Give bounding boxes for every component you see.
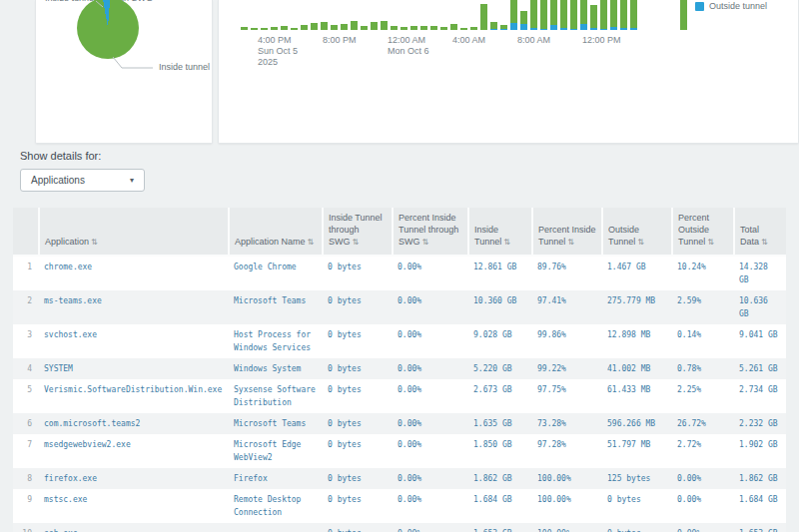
cell-inside-tunnel-through-swg: 0 bytes bbox=[323, 290, 393, 324]
column-header-total-data[interactable]: Total Data⇅ bbox=[734, 208, 786, 256]
column-header-inside-tunnel[interactable]: Inside Tunnel⇅ bbox=[468, 208, 532, 256]
column-header-application-name[interactable]: Application Name⇅ bbox=[229, 208, 323, 256]
cell-application-name: Microsoft Teams bbox=[229, 290, 323, 324]
bar-segment-inside-tunnel bbox=[420, 26, 427, 30]
sort-icon: ⇅ bbox=[567, 238, 574, 247]
cell-application: ms-teams.exe bbox=[39, 290, 229, 324]
bar-segment-inside-tunnel bbox=[570, 0, 577, 29]
cell-percent-inside-tunnel-through-swg: 0.00% bbox=[393, 523, 468, 532]
bar-segment-inside-tunnel bbox=[311, 23, 318, 30]
cell-outside-tunnel: 0 bytes bbox=[602, 489, 672, 523]
column-header-percent-inside-tunnel[interactable]: Percent Inside Tunnel⇅ bbox=[532, 208, 602, 256]
cell-percent-inside-tunnel: 97.28% bbox=[532, 434, 602, 468]
cell-percent-outside-tunnel: 10.24% bbox=[672, 256, 734, 290]
table-row: 3svchost.exeHost Process for Windows Ser… bbox=[13, 324, 786, 358]
sort-icon: ⇅ bbox=[91, 238, 98, 247]
table-row: 4SYSTEMWindows System0 bytes0.00%5.220 G… bbox=[13, 358, 786, 379]
bar-segment-outside-tunnel bbox=[630, 28, 637, 30]
bar-segment-inside-tunnel bbox=[560, 0, 567, 28]
bar-segment-outside-tunnel bbox=[580, 24, 587, 30]
show-details-for-label: Show details for: bbox=[20, 150, 101, 162]
cell-total-data: 14.328 GB bbox=[734, 256, 786, 290]
bar-segment-outside-tunnel bbox=[540, 29, 547, 30]
cell-application-name: Google Chrome bbox=[229, 256, 323, 290]
cell-total-data: 9.041 GB bbox=[734, 324, 786, 358]
cell-inside-tunnel-through-swg: 0 bytes bbox=[323, 523, 393, 532]
cell-inside-tunnel-through-swg: 0 bytes bbox=[323, 434, 393, 468]
bar-segment-inside-tunnel bbox=[400, 27, 407, 30]
cell-total-data: 2.734 GB bbox=[734, 379, 786, 413]
table-row: 2ms-teams.exeMicrosoft Teams0 bytes0.00%… bbox=[13, 290, 786, 324]
bar-segment-outside-tunnel bbox=[490, 29, 497, 30]
bar-segment-inside-tunnel bbox=[530, 0, 537, 28]
bar-segment-inside-tunnel bbox=[331, 25, 338, 30]
cell-outside-tunnel: 61.433 MB bbox=[602, 379, 672, 413]
cell-inside-tunnel: 1.653 GB bbox=[468, 523, 532, 532]
bar-segment-inside-tunnel bbox=[600, 0, 607, 29]
bar-segment-outside-tunnel bbox=[510, 23, 517, 30]
x-axis-tick-label: 12:00 PM bbox=[582, 35, 621, 46]
cell-percent-inside-tunnel: 73.28% bbox=[532, 413, 602, 434]
bar-segment-inside-tunnel bbox=[500, 25, 507, 29]
bar-segment-inside-tunnel bbox=[341, 24, 348, 30]
column-header-percent-outside-tunnel[interactable]: Percent Outside Tunnel⇅ bbox=[672, 208, 734, 256]
row-number: 7 bbox=[13, 434, 39, 468]
bar-segment-inside-tunnel bbox=[281, 26, 288, 30]
x-axis-tick-label: 4:00 PMSun Oct 52025 bbox=[258, 35, 298, 68]
table-row: 7msedgewebview2.exeMicrosoft Edge WebVie… bbox=[13, 434, 786, 468]
cell-application-name: Host Process for Windows Services bbox=[229, 324, 323, 358]
row-number: 3 bbox=[13, 324, 39, 358]
row-number: 9 bbox=[13, 489, 39, 523]
bar-segment-inside-tunnel bbox=[630, 0, 637, 28]
cell-inside-tunnel-through-swg: 0 bytes bbox=[323, 413, 393, 434]
bar-segment-inside-tunnel bbox=[301, 25, 308, 30]
sort-icon: ⇅ bbox=[503, 238, 510, 247]
cell-application-name: Microsoft Teams bbox=[229, 413, 323, 434]
cell-percent-inside-tunnel: 89.76% bbox=[532, 256, 602, 290]
bar-segment-inside-tunnel bbox=[450, 24, 457, 30]
bar-segment-inside-tunnel bbox=[291, 28, 298, 30]
x-axis-tick-label: 4:00 AM bbox=[452, 35, 485, 46]
bar-segment-inside-tunnel bbox=[470, 27, 477, 30]
cell-application-name: Remote Desktop Connection bbox=[229, 489, 323, 523]
bar-segment-inside-tunnel bbox=[351, 21, 358, 30]
table-row: 5Verismic.SoftwareDistribution.Win.exeSy… bbox=[13, 379, 786, 413]
row-number: 6 bbox=[13, 413, 39, 434]
cell-inside-tunnel: 5.220 GB bbox=[468, 358, 532, 379]
sort-icon: ⇅ bbox=[353, 238, 360, 247]
cell-total-data: 1.902 GB bbox=[734, 434, 786, 468]
row-number: 10 bbox=[13, 523, 39, 532]
bar-segment-outside-tunnel bbox=[560, 28, 567, 30]
bar-segment-outside-tunnel bbox=[550, 25, 557, 30]
cell-inside-tunnel: 1.862 GB bbox=[468, 468, 532, 489]
column-header-inside-tunnel-through-swg[interactable]: Inside Tunnel through SWG⇅ bbox=[323, 208, 393, 256]
legend-outside-tunnel: Outside tunnel bbox=[695, 1, 767, 11]
show-details-dropdown[interactable]: Applications ▾ bbox=[20, 169, 145, 192]
cell-percent-inside-tunnel: 99.22% bbox=[532, 358, 602, 379]
cell-application: svchost.exe bbox=[39, 324, 229, 358]
column-header-application[interactable]: Application⇅ bbox=[39, 208, 229, 256]
column-header-outside-tunnel[interactable]: Outside Tunnel⇅ bbox=[602, 208, 672, 256]
row-number: 2 bbox=[13, 290, 39, 324]
cell-outside-tunnel: 51.797 MB bbox=[602, 434, 672, 468]
bar-segment-inside-tunnel bbox=[480, 4, 487, 30]
cell-total-data: 1.862 GB bbox=[734, 468, 786, 489]
cell-percent-inside-tunnel-through-swg: 0.00% bbox=[393, 256, 468, 290]
cell-percent-outside-tunnel: 26.72% bbox=[672, 413, 734, 434]
cell-percent-inside-tunnel-through-swg: 0.00% bbox=[393, 489, 468, 523]
bar-segment-inside-tunnel bbox=[580, 0, 587, 24]
row-number-header bbox=[13, 208, 39, 256]
cell-outside-tunnel: 275.779 MB bbox=[602, 290, 672, 324]
cell-percent-inside-tunnel: 97.41% bbox=[532, 290, 602, 324]
bar-segment-inside-tunnel bbox=[321, 22, 328, 30]
cell-percent-inside-tunnel: 100.00% bbox=[532, 489, 602, 523]
bar-segment-outside-tunnel bbox=[620, 28, 627, 30]
cell-percent-inside-tunnel: 100.00% bbox=[532, 468, 602, 489]
bar-segment-inside-tunnel bbox=[680, 0, 687, 30]
cell-inside-tunnel-through-swg: 0 bytes bbox=[323, 324, 393, 358]
bar-segment-inside-tunnel bbox=[430, 26, 437, 30]
x-axis-tick-label: 12:00 AMMon Oct 6 bbox=[388, 35, 429, 57]
column-header-percent-inside-tunnel-through-swg[interactable]: Percent Inside Tunnel through SWG⇅ bbox=[393, 208, 468, 256]
cell-application: msedgewebview2.exe bbox=[39, 434, 229, 468]
cell-application: firefox.exe bbox=[39, 468, 229, 489]
